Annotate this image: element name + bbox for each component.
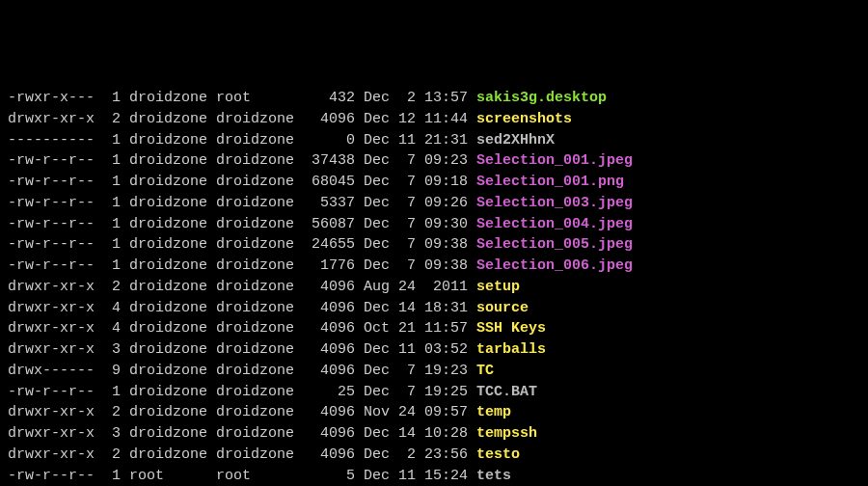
file-date-day: 7: [390, 256, 416, 277]
file-size: 4096: [294, 318, 355, 339]
ls-row: drwxr-xr-x 2 droidzone droidzone 4096 Au…: [8, 277, 860, 298]
file-size: 37438: [294, 150, 355, 172]
file-date-month: Oct: [355, 318, 390, 339]
file-date-day: 7: [390, 150, 416, 172]
link-count: 1: [95, 88, 121, 109]
file-group: root: [207, 466, 294, 487]
file-date-month: Dec: [355, 150, 390, 172]
ls-row: drwxr-xr-x 4 droidzone droidzone 4096 Oc…: [8, 318, 860, 339]
file-name: TCC.BAT: [476, 384, 537, 400]
file-date-month: Dec: [355, 256, 390, 277]
file-date-month: Dec: [355, 382, 390, 403]
file-group: droidzone: [207, 318, 294, 339]
file-name: Selection_006.jpeg: [476, 257, 633, 274]
file-date-month: Dec: [355, 298, 390, 319]
file-date-month: Dec: [355, 423, 390, 445]
file-date-day: 2: [390, 445, 416, 466]
file-size: 56087: [294, 214, 355, 235]
file-date-month: Dec: [355, 109, 390, 130]
file-date-time: 09:26: [416, 193, 468, 214]
file-date-day: 12: [390, 109, 416, 130]
file-permissions: -rw-r--r--: [8, 172, 95, 193]
link-count: 3: [95, 423, 121, 445]
file-name: screenshots: [476, 111, 572, 127]
link-count: 1: [95, 172, 121, 193]
file-size: 5: [294, 466, 355, 487]
file-owner: root: [121, 466, 207, 487]
file-date-month: Dec: [355, 130, 390, 151]
file-name: temp: [476, 404, 511, 420]
file-date-month: Dec: [355, 361, 390, 382]
file-group: droidzone: [207, 150, 294, 172]
link-count: 1: [95, 130, 121, 151]
ls-row: -rw-r--r-- 1 droidzone droidzone 1776 De…: [8, 256, 860, 277]
file-date-month: Dec: [355, 214, 390, 235]
file-size: 4096: [294, 339, 355, 361]
file-date-day: 11: [390, 466, 416, 487]
file-date-time: 09:30: [416, 214, 468, 235]
ls-row: -rw-r--r-- 1 droidzone droidzone 25 Dec …: [8, 382, 860, 403]
ls-row: drwxr-xr-x 3 droidzone droidzone 4096 De…: [8, 339, 860, 361]
file-group: droidzone: [207, 361, 294, 382]
file-owner: droidzone: [121, 298, 207, 319]
file-permissions: -rw-r--r--: [8, 150, 95, 172]
file-size: 4096: [294, 277, 355, 298]
ls-row: -rw-r--r-- 1 droidzone droidzone 68045 D…: [8, 172, 860, 193]
file-permissions: drwxr-xr-x: [8, 423, 95, 445]
ls-row: -rw-r--r-- 1 droidzone droidzone 5337 De…: [8, 193, 860, 214]
file-date-month: Dec: [355, 88, 390, 109]
file-owner: droidzone: [121, 256, 207, 277]
file-size: 4096: [294, 402, 355, 423]
file-name: Selection_004.jpeg: [476, 216, 633, 232]
file-permissions: -rw-r--r--: [8, 256, 95, 277]
file-date-time: 10:28: [416, 423, 468, 445]
ls-row: drwxr-xr-x 4 droidzone droidzone 4096 De…: [8, 298, 860, 319]
file-owner: droidzone: [121, 130, 207, 151]
file-group: droidzone: [207, 109, 294, 130]
link-count: 2: [95, 277, 121, 298]
file-date-time: 09:38: [416, 256, 468, 277]
file-date-time: 09:57: [416, 402, 468, 423]
file-date-time: 13:57: [416, 88, 468, 109]
file-group: droidzone: [207, 339, 294, 361]
file-size: 68045: [294, 172, 355, 193]
file-group: droidzone: [207, 423, 294, 445]
link-count: 1: [95, 466, 121, 487]
file-group: droidzone: [207, 234, 294, 256]
file-owner: droidzone: [121, 361, 207, 382]
file-permissions: drwxr-xr-x: [8, 339, 95, 361]
link-count: 3: [95, 339, 121, 361]
file-date-day: 24: [390, 402, 416, 423]
file-owner: droidzone: [121, 193, 207, 214]
file-date-time: 2011: [416, 277, 468, 298]
file-date-time: 21:31: [416, 130, 468, 151]
file-date-day: 11: [390, 339, 416, 361]
ls-row: drwxr-xr-x 2 droidzone droidzone 4096 No…: [8, 402, 860, 423]
file-name: TC: [476, 363, 494, 379]
link-count: 1: [95, 193, 121, 214]
file-size: 24655: [294, 234, 355, 256]
file-date-month: Dec: [355, 466, 390, 487]
file-date-time: 09:23: [416, 150, 468, 172]
file-permissions: -rw-r--r--: [8, 234, 95, 256]
file-owner: droidzone: [121, 423, 207, 445]
file-date-day: 7: [390, 172, 416, 193]
ls-row: -rw-r--r-- 1 root root 5 Dec 11 15:24 te…: [8, 466, 860, 487]
file-group: droidzone: [207, 277, 294, 298]
file-permissions: drwxr-xr-x: [8, 277, 95, 298]
file-date-time: 15:24: [416, 466, 468, 487]
file-group: droidzone: [207, 256, 294, 277]
file-permissions: -rw-r--r--: [8, 193, 95, 214]
file-date-month: Nov: [355, 402, 390, 423]
ls-row: -rw-r--r-- 1 droidzone droidzone 56087 D…: [8, 214, 860, 235]
file-name: tarballs: [476, 341, 546, 358]
ls-row: -rw-r--r-- 1 droidzone droidzone 37438 D…: [8, 150, 860, 172]
file-date-day: 14: [390, 298, 416, 319]
file-size: 1776: [294, 256, 355, 277]
file-permissions: drwxr-xr-x: [8, 318, 95, 339]
ls-row: drwx------ 9 droidzone droidzone 4096 De…: [8, 361, 860, 382]
terminal-output: -rwxr-x--- 1 droidzone root 432 Dec 2 13…: [8, 88, 860, 486]
file-group: droidzone: [207, 172, 294, 193]
ls-row: drwxr-xr-x 3 droidzone droidzone 4096 De…: [8, 423, 860, 445]
file-permissions: drwxr-xr-x: [8, 298, 95, 319]
